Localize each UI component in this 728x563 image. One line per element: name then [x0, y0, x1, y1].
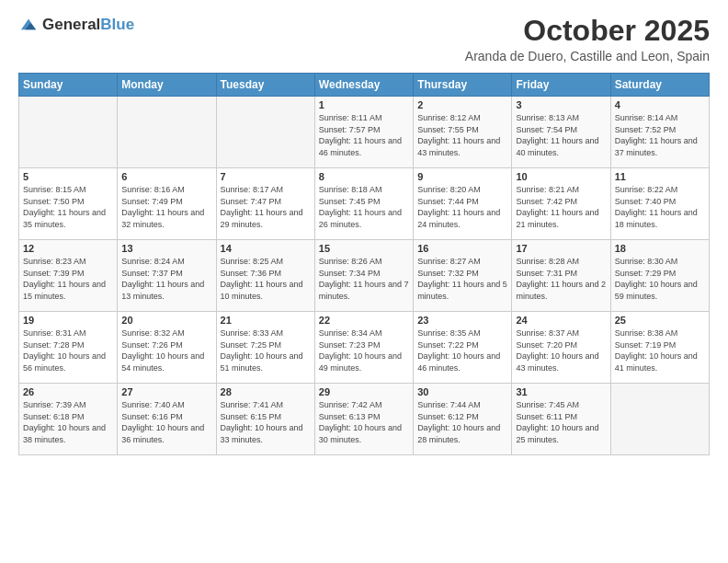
cell-content: Sunrise: 8:33 AMSunset: 7:25 PMDaylight:…	[221, 327, 311, 373]
day-number: 16	[417, 243, 507, 254]
day-number: 3	[516, 99, 606, 110]
calendar-cell: 25Sunrise: 8:38 AMSunset: 7:19 PMDayligh…	[610, 312, 709, 384]
month-title: October 2025	[465, 15, 710, 47]
calendar-week-4: 19Sunrise: 8:31 AMSunset: 7:28 PMDayligh…	[19, 312, 710, 384]
day-number: 20	[121, 315, 211, 326]
calendar-cell: 28Sunrise: 7:41 AMSunset: 6:15 PMDayligh…	[216, 384, 314, 455]
calendar-cell: 14Sunrise: 8:25 AMSunset: 7:36 PMDayligh…	[216, 240, 314, 312]
calendar-cell: 29Sunrise: 7:42 AMSunset: 6:13 PMDayligh…	[314, 384, 413, 455]
header-wednesday: Wednesday	[314, 74, 413, 97]
calendar-cell: 26Sunrise: 7:39 AMSunset: 6:18 PMDayligh…	[19, 384, 118, 455]
title-block: October 2025 Aranda de Duero, Castille a…	[465, 15, 710, 63]
day-number: 27	[121, 386, 211, 397]
calendar-cell	[118, 97, 216, 168]
day-number: 11	[615, 171, 705, 182]
calendar-cell	[19, 97, 118, 168]
calendar-cell: 10Sunrise: 8:21 AMSunset: 7:42 PMDayligh…	[512, 168, 610, 240]
cell-content: Sunrise: 7:40 AMSunset: 6:16 PMDaylight:…	[121, 399, 211, 445]
day-number: 30	[417, 386, 507, 397]
day-number: 29	[319, 386, 409, 397]
header-monday: Monday	[118, 74, 216, 97]
cell-content: Sunrise: 8:35 AMSunset: 7:22 PMDaylight:…	[417, 327, 507, 373]
day-number: 5	[23, 171, 113, 182]
calendar-cell: 4Sunrise: 8:14 AMSunset: 7:52 PMDaylight…	[610, 97, 709, 168]
header-thursday: Thursday	[414, 74, 512, 97]
logo-general: GeneralBlue	[42, 16, 134, 34]
day-number: 28	[221, 386, 311, 397]
calendar-cell: 3Sunrise: 8:13 AMSunset: 7:54 PMDaylight…	[512, 97, 610, 168]
calendar-table: Sunday Monday Tuesday Wednesday Thursday…	[18, 73, 710, 455]
logo: GeneralBlue	[18, 15, 134, 35]
calendar-cell: 2Sunrise: 8:12 AMSunset: 7:55 PMDaylight…	[414, 97, 512, 168]
calendar-cell: 17Sunrise: 8:28 AMSunset: 7:31 PMDayligh…	[512, 240, 610, 312]
cell-content: Sunrise: 8:12 AMSunset: 7:55 PMDaylight:…	[417, 112, 507, 158]
day-number: 9	[417, 171, 507, 182]
calendar-cell	[610, 384, 709, 455]
day-number: 12	[23, 243, 113, 254]
calendar-cell: 9Sunrise: 8:20 AMSunset: 7:44 PMDaylight…	[414, 168, 512, 240]
cell-content: Sunrise: 8:34 AMSunset: 7:23 PMDaylight:…	[319, 327, 409, 373]
calendar-cell: 11Sunrise: 8:22 AMSunset: 7:40 PMDayligh…	[610, 168, 709, 240]
calendar-cell: 21Sunrise: 8:33 AMSunset: 7:25 PMDayligh…	[216, 312, 314, 384]
calendar-cell: 7Sunrise: 8:17 AMSunset: 7:47 PMDaylight…	[216, 168, 314, 240]
cell-content: Sunrise: 7:41 AMSunset: 6:15 PMDaylight:…	[221, 399, 311, 445]
header-friday: Friday	[512, 74, 610, 97]
calendar-week-1: 1Sunrise: 8:11 AMSunset: 7:57 PMDaylight…	[19, 97, 710, 168]
day-number: 19	[23, 315, 113, 326]
day-number: 8	[319, 171, 409, 182]
cell-content: Sunrise: 8:15 AMSunset: 7:50 PMDaylight:…	[23, 184, 113, 230]
calendar-cell: 13Sunrise: 8:24 AMSunset: 7:37 PMDayligh…	[118, 240, 216, 312]
day-number: 21	[221, 315, 311, 326]
cell-content: Sunrise: 8:13 AMSunset: 7:54 PMDaylight:…	[516, 112, 606, 158]
calendar-cell: 15Sunrise: 8:26 AMSunset: 7:34 PMDayligh…	[314, 240, 413, 312]
calendar-cell: 27Sunrise: 7:40 AMSunset: 6:16 PMDayligh…	[118, 384, 216, 455]
day-number: 18	[615, 243, 705, 254]
calendar-cell: 20Sunrise: 8:32 AMSunset: 7:26 PMDayligh…	[118, 312, 216, 384]
cell-content: Sunrise: 8:23 AMSunset: 7:39 PMDaylight:…	[23, 256, 113, 302]
cell-content: Sunrise: 7:44 AMSunset: 6:12 PMDaylight:…	[417, 399, 507, 445]
cell-content: Sunrise: 7:42 AMSunset: 6:13 PMDaylight:…	[319, 399, 409, 445]
logo-icon	[18, 15, 39, 35]
day-number: 26	[23, 386, 113, 397]
calendar-cell: 30Sunrise: 7:44 AMSunset: 6:12 PMDayligh…	[414, 384, 512, 455]
cell-content: Sunrise: 8:24 AMSunset: 7:37 PMDaylight:…	[121, 256, 211, 302]
cell-content: Sunrise: 7:39 AMSunset: 6:18 PMDaylight:…	[23, 399, 113, 445]
day-number: 17	[516, 243, 606, 254]
day-number: 15	[319, 243, 409, 254]
cell-content: Sunrise: 8:16 AMSunset: 7:49 PMDaylight:…	[121, 184, 211, 230]
calendar-cell: 1Sunrise: 8:11 AMSunset: 7:57 PMDaylight…	[314, 97, 413, 168]
header: GeneralBlue October 2025 Aranda de Duero…	[18, 15, 710, 63]
calendar-week-5: 26Sunrise: 7:39 AMSunset: 6:18 PMDayligh…	[19, 384, 710, 455]
day-number: 13	[121, 243, 211, 254]
cell-content: Sunrise: 8:27 AMSunset: 7:32 PMDaylight:…	[417, 256, 507, 302]
calendar-cell: 19Sunrise: 8:31 AMSunset: 7:28 PMDayligh…	[19, 312, 118, 384]
calendar-week-3: 12Sunrise: 8:23 AMSunset: 7:39 PMDayligh…	[19, 240, 710, 312]
day-number: 1	[319, 99, 409, 110]
calendar-cell	[216, 97, 314, 168]
cell-content: Sunrise: 8:14 AMSunset: 7:52 PMDaylight:…	[615, 112, 705, 158]
calendar-cell: 24Sunrise: 8:37 AMSunset: 7:20 PMDayligh…	[512, 312, 610, 384]
day-number: 6	[121, 171, 211, 182]
header-sunday: Sunday	[19, 74, 118, 97]
calendar-cell: 12Sunrise: 8:23 AMSunset: 7:39 PMDayligh…	[19, 240, 118, 312]
days-header-row: Sunday Monday Tuesday Wednesday Thursday…	[19, 74, 710, 97]
cell-content: Sunrise: 8:38 AMSunset: 7:19 PMDaylight:…	[615, 327, 705, 373]
cell-content: Sunrise: 8:31 AMSunset: 7:28 PMDaylight:…	[23, 327, 113, 373]
day-number: 25	[615, 315, 705, 326]
day-number: 7	[221, 171, 311, 182]
cell-content: Sunrise: 8:17 AMSunset: 7:47 PMDaylight:…	[221, 184, 311, 230]
cell-content: Sunrise: 8:22 AMSunset: 7:40 PMDaylight:…	[615, 184, 705, 230]
calendar-cell: 5Sunrise: 8:15 AMSunset: 7:50 PMDaylight…	[19, 168, 118, 240]
day-number: 22	[319, 315, 409, 326]
calendar-week-2: 5Sunrise: 8:15 AMSunset: 7:50 PMDaylight…	[19, 168, 710, 240]
day-number: 31	[516, 386, 606, 397]
cell-content: Sunrise: 8:18 AMSunset: 7:45 PMDaylight:…	[319, 184, 409, 230]
page: GeneralBlue October 2025 Aranda de Duero…	[0, 0, 728, 563]
calendar-cell: 23Sunrise: 8:35 AMSunset: 7:22 PMDayligh…	[414, 312, 512, 384]
cell-content: Sunrise: 8:37 AMSunset: 7:20 PMDaylight:…	[516, 327, 606, 373]
day-number: 14	[221, 243, 311, 254]
header-saturday: Saturday	[610, 74, 709, 97]
calendar-cell: 8Sunrise: 8:18 AMSunset: 7:45 PMDaylight…	[314, 168, 413, 240]
cell-content: Sunrise: 8:28 AMSunset: 7:31 PMDaylight:…	[516, 256, 606, 302]
day-number: 23	[417, 315, 507, 326]
